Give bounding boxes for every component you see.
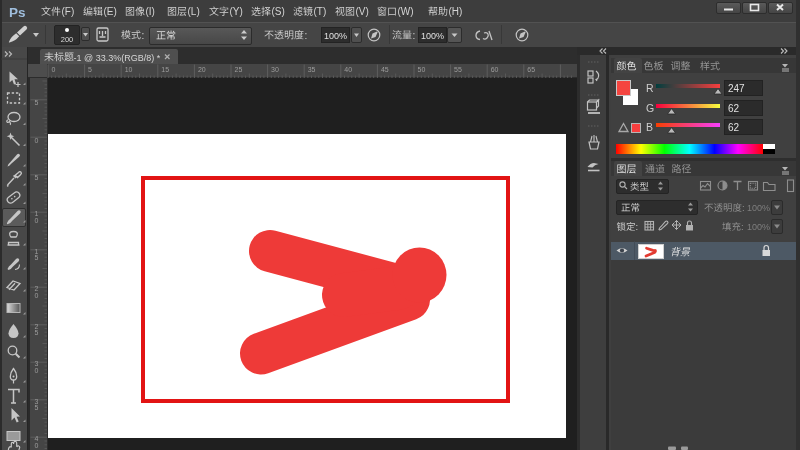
svg-text:100%: 100%	[747, 203, 770, 213]
svg-text:62: 62	[728, 122, 740, 133]
svg-text:0: 0	[35, 367, 39, 374]
svg-text:G: G	[646, 102, 654, 114]
svg-text:5: 5	[35, 174, 39, 181]
svg-text:(W): (W)	[398, 6, 414, 17]
svg-text:15: 15	[161, 66, 169, 73]
svg-text::: :	[742, 202, 745, 213]
svg-text:10: 10	[125, 66, 133, 73]
svg-text::: :	[741, 221, 744, 232]
svg-text:(Y): (Y)	[230, 6, 243, 17]
svg-text:5: 5	[35, 99, 39, 106]
svg-text:100%: 100%	[324, 31, 347, 41]
svg-text:100%: 100%	[747, 222, 770, 232]
svg-text:50: 50	[418, 66, 426, 73]
svg-text:20: 20	[198, 66, 206, 73]
svg-text:(I): (I)	[146, 6, 155, 17]
svg-text:(E): (E)	[104, 6, 117, 17]
svg-text:45: 45	[381, 66, 389, 73]
svg-text:-1 @ 33.3%(RGB/8) *: -1 @ 33.3%(RGB/8) *	[74, 53, 161, 63]
svg-text:(F): (F)	[62, 6, 75, 17]
svg-text:5: 5	[35, 254, 39, 261]
svg-text::: :	[636, 221, 639, 232]
svg-text:62: 62	[728, 103, 740, 114]
svg-text:65: 65	[527, 66, 535, 73]
svg-text:0: 0	[52, 66, 56, 73]
svg-text:0: 0	[35, 217, 39, 224]
svg-text:247: 247	[728, 83, 745, 94]
svg-text::: :	[305, 30, 308, 41]
svg-text:(T): (T)	[314, 6, 327, 17]
svg-text::: :	[413, 30, 416, 41]
svg-text:0: 0	[35, 137, 39, 144]
svg-text:(V): (V)	[356, 6, 369, 17]
svg-text:0: 0	[35, 292, 39, 299]
svg-text:200: 200	[61, 35, 74, 44]
svg-text:R: R	[646, 82, 654, 94]
svg-text:0: 0	[35, 442, 39, 449]
svg-text:55: 55	[454, 66, 462, 73]
svg-text:(S): (S)	[272, 6, 285, 17]
svg-text:100%: 100%	[421, 31, 444, 41]
svg-text:(L): (L)	[188, 6, 200, 17]
svg-text:5: 5	[35, 404, 39, 411]
svg-text:30: 30	[271, 66, 279, 73]
svg-text:35: 35	[308, 66, 316, 73]
svg-text::: :	[142, 30, 145, 41]
svg-text:5: 5	[88, 66, 92, 73]
svg-text:60: 60	[491, 66, 499, 73]
svg-text:B: B	[646, 121, 653, 133]
svg-text:5: 5	[35, 329, 39, 336]
svg-text:Ps: Ps	[9, 5, 26, 20]
svg-text:40: 40	[344, 66, 352, 73]
svg-text:(H): (H)	[449, 6, 463, 17]
svg-text:25: 25	[235, 66, 243, 73]
